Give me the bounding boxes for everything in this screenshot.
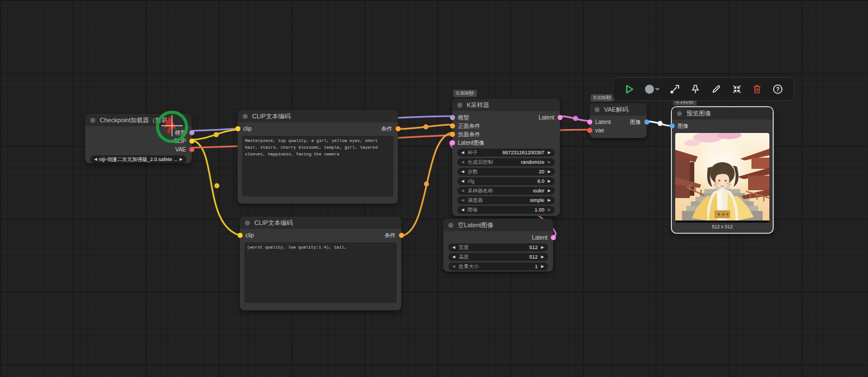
input-port-positive[interactable]: 正面条件 [452, 122, 560, 130]
node-titlebar[interactable]: VAE解码 [590, 103, 647, 116]
clip-port-dot[interactable] [238, 233, 243, 238]
vae-port-dot[interactable] [587, 128, 592, 133]
input-port-negative[interactable]: 负面条件 [452, 130, 560, 139]
prev-arrow-icon[interactable]: ◀ [452, 243, 455, 251]
image-port-dot[interactable] [644, 119, 649, 125]
input-port-latent[interactable]: Latent [595, 119, 611, 125]
ckpt-name-widget[interactable]: ◀ niji-动漫二次元加强版_2.0.safete ... ▶ [90, 155, 187, 163]
node-titlebar[interactable]: Checkpoint加载器（简易） [85, 114, 192, 126]
next-arrow-icon[interactable]: ▶ [548, 158, 551, 166]
node-clip-encode-positive[interactable]: CLIP文本编码 clip 条件 Masterpiece, top qualit… [238, 110, 398, 204]
input-port-model[interactable]: 模型 [458, 114, 469, 122]
image-port-dot[interactable] [670, 123, 675, 128]
input-port-vae[interactable]: vae [590, 126, 647, 135]
next-arrow-icon[interactable]: ▶ [180, 155, 183, 163]
node-checkpoint-loader[interactable]: Checkpoint加载器（简易） 模型 CLIP VAE ◀ niji-动漫二… [85, 114, 192, 163]
node-titlebar[interactable]: 空Latent图像 [443, 219, 553, 231]
collapse-dot[interactable] [457, 103, 462, 108]
collapse-dot[interactable] [90, 118, 95, 123]
widget-label: 调度器 [467, 197, 482, 204]
model-port-dot[interactable] [450, 115, 455, 120]
pin-button[interactable] [687, 81, 704, 98]
node-color-button[interactable] [642, 81, 663, 98]
conditioning-port-dot[interactable] [450, 132, 455, 137]
node-titlebar[interactable]: CLIP文本编码 [240, 217, 401, 229]
input-port-clip[interactable]: clip [243, 126, 252, 132]
next-arrow-icon[interactable]: ▶ [548, 187, 551, 195]
latent-port-dot[interactable] [587, 119, 592, 125]
prev-arrow-icon[interactable]: ◀ [461, 196, 464, 204]
prev-arrow-icon[interactable]: ◀ [461, 187, 464, 195]
prev-arrow-icon[interactable]: ◀ [461, 206, 464, 214]
widget-steps[interactable]: ◀ 步数 20 ▶ [457, 168, 555, 176]
latent-port-dot[interactable] [450, 140, 455, 145]
collapse-dot[interactable] [243, 114, 248, 119]
prev-arrow-icon[interactable]: ◀ [452, 253, 455, 261]
output-port-latent[interactable]: Latent [539, 114, 554, 121]
latent-port-dot[interactable] [558, 115, 563, 120]
conditioning-port-dot[interactable] [450, 123, 455, 128]
node-preview-image[interactable]: 0.152秒 预览图像 图像 [672, 107, 773, 233]
widget-cfg[interactable]: ◀ cfg 8.0 ▶ [457, 177, 555, 185]
input-port-clip[interactable]: clip [245, 232, 254, 238]
conditioning-port-dot[interactable] [399, 233, 404, 238]
latent-port-dot[interactable] [551, 235, 556, 240]
widget-scheduler[interactable]: ◀ 调度器 simple ▶ [457, 196, 555, 204]
conditioning-port-dot[interactable] [396, 126, 401, 131]
widget-batch-size[interactable]: ◀ 批量大小 1 ▶ [448, 263, 548, 270]
node-titlebar[interactable]: K采样器 [452, 99, 560, 111]
output-port-model[interactable]: 模型 [85, 128, 192, 137]
next-arrow-icon[interactable]: ▶ [548, 196, 551, 204]
node-titlebar[interactable]: 预览图像 [672, 107, 773, 119]
prev-arrow-icon[interactable]: ◀ [461, 158, 464, 166]
output-port-vae[interactable]: VAE [85, 145, 192, 154]
preview-image[interactable] [675, 133, 769, 223]
collapse-dot[interactable] [677, 111, 682, 116]
prompt-textarea[interactable]: Masterpiece, top quality, a girl, yellow… [242, 136, 393, 196]
prev-arrow-icon[interactable]: ◀ [94, 155, 97, 163]
model-port-dot[interactable] [189, 130, 194, 135]
convert-link-button[interactable] [666, 81, 683, 98]
delete-button[interactable] [749, 81, 765, 98]
edit-button[interactable] [708, 81, 725, 98]
widget-seed[interactable]: ◀ 种子 867231261200397 ▶ [457, 149, 555, 157]
prev-arrow-icon[interactable]: ◀ [452, 263, 455, 270]
node-empty-latent[interactable]: 空Latent图像 Latent ◀ 宽度 512 ▶ ◀ 高度 512 ▶ ◀… [443, 219, 553, 272]
output-port-conditioning[interactable]: 条件 [381, 125, 392, 133]
prev-arrow-icon[interactable]: ◀ [461, 177, 464, 185]
next-arrow-icon[interactable]: ▶ [548, 149, 551, 157]
collapse-dot[interactable] [245, 220, 250, 226]
input-port-image[interactable]: 图像 [672, 122, 773, 130]
prev-arrow-icon[interactable]: ◀ [461, 168, 464, 176]
output-port-latent[interactable]: Latent [443, 233, 553, 242]
prompt-textarea[interactable]: (worst quality, low quality:1.4), tail, [244, 242, 397, 303]
collapse-button[interactable] [728, 81, 745, 98]
collapse-dot[interactable] [448, 223, 453, 228]
next-arrow-icon[interactable]: ▶ [548, 206, 551, 214]
next-arrow-icon[interactable]: ▶ [548, 177, 551, 185]
next-arrow-icon[interactable]: ▶ [541, 243, 544, 251]
widget-control-after-generate[interactable]: ◀ 生成后控制 randomize ▶ [457, 158, 555, 166]
next-arrow-icon[interactable]: ▶ [541, 263, 544, 270]
node-vae-decode[interactable]: 0.035秒 VAE解码 Latent 图像 vae [590, 103, 647, 138]
node-ksampler[interactable]: 0.808秒 K采样器 模型 Latent 正面条件 负面条件 Latent图像 [452, 99, 560, 216]
widget-height[interactable]: ◀ 高度 512 ▶ [448, 253, 548, 261]
widget-sampler-name[interactable]: ◀ 采样器名称 euler ▶ [457, 187, 555, 195]
next-arrow-icon[interactable]: ▶ [541, 253, 544, 261]
node-titlebar[interactable]: CLIP文本编码 [238, 110, 398, 122]
help-button[interactable]: ? [769, 81, 786, 98]
output-port-clip[interactable]: CLIP [85, 137, 192, 145]
run-button[interactable] [621, 81, 638, 98]
input-port-latent-image[interactable]: Latent图像 [452, 139, 560, 147]
collapse-dot[interactable] [595, 107, 600, 112]
widget-width[interactable]: ◀ 宽度 512 ▶ [448, 243, 548, 251]
node-clip-encode-negative[interactable]: CLIP文本编码 clip 条件 (worst quality, low qua… [240, 217, 401, 310]
output-port-conditioning[interactable]: 条件 [384, 232, 396, 240]
vae-port-dot[interactable] [189, 147, 194, 152]
clip-port-dot[interactable] [235, 126, 240, 131]
prev-arrow-icon[interactable]: ◀ [461, 149, 464, 157]
clip-port-dot[interactable] [189, 139, 194, 144]
next-arrow-icon[interactable]: ▶ [548, 168, 551, 176]
widget-denoise[interactable]: ◀ 降噪 1.00 ▶ [457, 206, 555, 214]
output-port-image[interactable]: 图像 [630, 118, 641, 126]
